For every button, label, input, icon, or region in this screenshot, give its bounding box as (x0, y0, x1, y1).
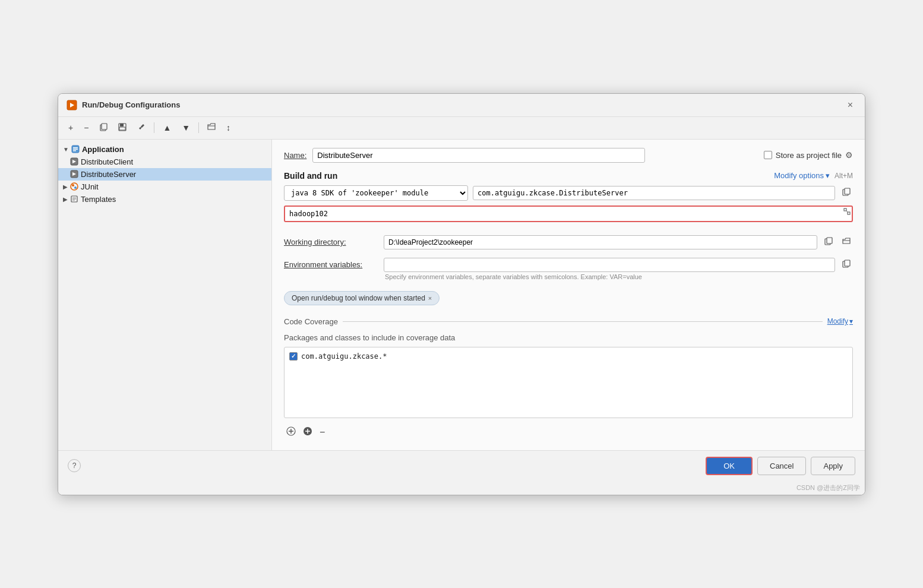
left-panel: ▼ Application DistributeClient (58, 140, 272, 450)
tree-item-junit[interactable]: ▶ JUnit (58, 181, 271, 193)
remove-chip-button[interactable]: × (428, 295, 432, 302)
sort-button[interactable]: ↕ (222, 121, 235, 135)
env-vars-label: Environment variables: (284, 260, 379, 269)
add-coverage-icon (286, 426, 296, 436)
copy-working-dir-button[interactable] (822, 236, 835, 248)
folder-open-icon (842, 237, 851, 245)
bottom-bar: ? OK Cancel Apply (58, 450, 865, 481)
code-coverage-divider: Code Coverage Modify ▾ (284, 317, 853, 326)
move-up-button[interactable]: ▲ (159, 121, 175, 135)
args-expand-button[interactable] (843, 208, 851, 217)
copy-config-button[interactable] (95, 121, 112, 135)
dialog-buttons: OK Cancel Apply (706, 457, 855, 475)
toolbar-sep-2 (198, 122, 199, 133)
env-vars-input[interactable] (384, 258, 835, 272)
application-icon (71, 145, 80, 153)
svg-point-18 (74, 186, 77, 189)
add-coverage-2-icon (303, 426, 312, 436)
add-coverage-button[interactable] (284, 425, 298, 440)
svg-rect-5 (120, 124, 124, 127)
name-input[interactable] (312, 148, 645, 163)
remove-coverage-button[interactable]: − (317, 426, 327, 439)
tree-item-templates[interactable]: ▶ Templates (58, 193, 271, 206)
env-vars-section: Environment variables: Specify environme… (284, 258, 853, 280)
svg-line-27 (846, 211, 848, 212)
svg-rect-26 (848, 212, 850, 214)
toolbar: + − ▲ ▼ (58, 117, 865, 140)
save-config-button[interactable] (114, 121, 131, 135)
add-coverage-2-button[interactable] (301, 425, 315, 440)
distribute-client-label: DistributeClient (81, 157, 133, 166)
tree-item-distribute-client[interactable]: DistributeClient (58, 156, 271, 168)
coverage-modify-link[interactable]: Modify ▾ (827, 317, 853, 325)
modify-options-area: Modify options ▾ Alt+M (774, 171, 853, 180)
application-label: Application (82, 145, 124, 154)
folder-button[interactable] (203, 121, 220, 135)
svg-rect-9 (73, 147, 78, 148)
build-run-header: Build and run Modify options ▾ Alt+M (284, 171, 853, 181)
working-dir-row: Working directory: (284, 235, 853, 249)
settings-config-button[interactable] (133, 121, 150, 135)
junit-icon (70, 182, 78, 191)
divider-line (343, 321, 823, 322)
expand-arrow-templates: ▶ (63, 196, 68, 203)
modify-options-link[interactable]: Modify options ▾ (774, 171, 830, 180)
copy-env-button[interactable] (840, 258, 853, 271)
main-content: ▼ Application DistributeClient (58, 140, 865, 450)
open-tool-window-chip: Open run/debug tool window when started … (284, 291, 440, 305)
class-input[interactable] (473, 186, 835, 200)
templates-label: Templates (81, 195, 116, 204)
copy-class-icon (842, 188, 851, 196)
apply-button[interactable]: Apply (811, 457, 855, 475)
tree-item-application[interactable]: ▼ Application (58, 143, 271, 156)
right-panel: Name: Store as project file ⚙ Build and … (272, 140, 865, 450)
working-dir-input[interactable] (384, 235, 817, 249)
cancel-button[interactable]: Cancel (757, 457, 806, 475)
copy-icon (99, 123, 108, 131)
help-button[interactable]: ? (68, 459, 81, 472)
right-header: Name: Store as project file ⚙ (284, 148, 853, 163)
close-button[interactable]: × (844, 99, 856, 112)
build-run-section: Build and run Modify options ▾ Alt+M jav… (284, 171, 853, 222)
coverage-checkbox[interactable]: ✓ (289, 352, 298, 361)
svg-rect-24 (845, 188, 850, 194)
working-dir-label: Working directory: (284, 238, 379, 246)
coverage-area: ✓ com.atguigu.zkcase.* (284, 347, 853, 418)
title-bar-left: Run/Debug Configurations (67, 100, 180, 110)
svg-rect-29 (827, 238, 832, 244)
svg-rect-11 (73, 150, 76, 151)
store-project-gear-icon[interactable]: ⚙ (845, 150, 853, 160)
open-tool-window-row: Open run/debug tool window when started … (284, 291, 853, 305)
svg-rect-3 (102, 124, 107, 129)
distribute-server-label: DistributeServer (81, 170, 136, 179)
watermark: CSDN @进击的Z同学 (58, 481, 865, 495)
svg-rect-31 (845, 260, 850, 266)
coverage-item: ✓ com.atguigu.zkcase.* (289, 352, 848, 361)
packages-label: Packages and classes to include in cover… (284, 333, 853, 342)
templates-icon (70, 195, 78, 203)
dialog-title: Run/Debug Configurations (82, 100, 180, 109)
expand-icon (843, 208, 851, 215)
name-row: Name: (284, 148, 645, 163)
add-config-button[interactable]: + (64, 121, 77, 135)
browse-working-dir-button[interactable] (840, 236, 853, 248)
expand-arrow-junit: ▶ (63, 184, 68, 190)
store-project-checkbox[interactable] (764, 151, 772, 159)
title-bar: Run/Debug Configurations × (58, 94, 865, 117)
remove-config-button[interactable]: − (80, 121, 93, 135)
move-down-button[interactable]: ▼ (178, 121, 194, 135)
code-coverage-section: Code Coverage Modify ▾ Packages and clas… (284, 314, 853, 442)
sdk-select[interactable]: java 8 SDK of 'zookeeper' module (284, 185, 468, 201)
wrench-icon (137, 123, 146, 131)
env-vars-row: Environment variables: (284, 258, 853, 272)
svg-rect-25 (844, 208, 846, 211)
expand-arrow-application: ▼ (63, 146, 69, 153)
copy-dir-icon (824, 237, 833, 245)
svg-point-16 (71, 183, 78, 190)
ok-button[interactable]: OK (706, 457, 753, 475)
copy-class-button[interactable] (840, 186, 853, 199)
store-project-label: Store as project file (776, 151, 842, 160)
tree-item-distribute-server[interactable]: DistributeServer (58, 168, 271, 181)
program-args-input[interactable] (284, 206, 853, 222)
env-vars-hint: Specify environment variables, separate … (385, 273, 853, 280)
